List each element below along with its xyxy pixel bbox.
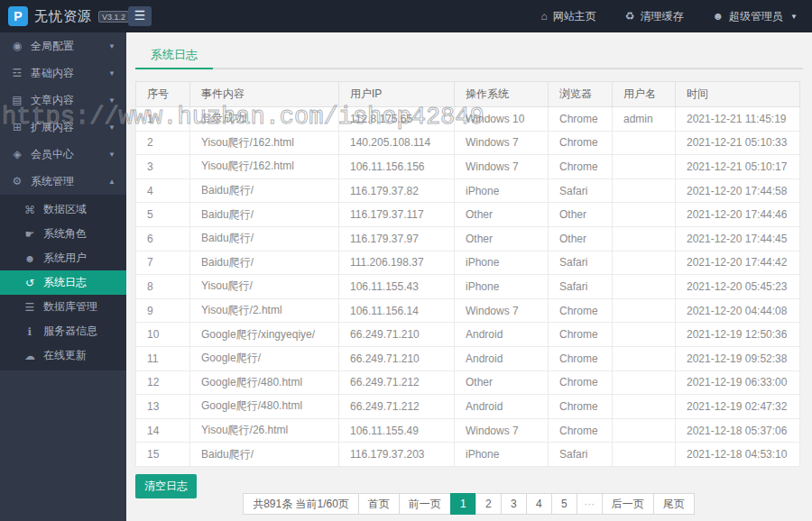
menu-item-label: 数据库管理 <box>43 299 97 315</box>
submenu-item-server-info[interactable]: ℹ服务器信息 <box>0 319 126 343</box>
menu-item-label: 全局配置 <box>31 39 74 54</box>
sidebar-item-global-config[interactable]: ◉全局配置▼ <box>0 32 126 59</box>
pagination-next[interactable]: 后一页 <box>602 493 654 515</box>
table-cell: 14 <box>136 418 190 443</box>
pagination-pages: 12345 <box>451 493 577 515</box>
table-cell: Other <box>549 203 613 227</box>
clear-cache-label: 清理缓存 <box>640 9 683 24</box>
lock-icon: ◈ <box>11 148 23 160</box>
table-cell: 5 <box>136 203 190 227</box>
history-icon: ↺ <box>23 277 36 289</box>
table-cell: Google爬行/xingyeqiye/ <box>190 323 339 347</box>
clear-cache-link[interactable]: ♻ 清理缓存 <box>625 9 684 24</box>
table-row: 8Yisou爬行/106.11.155.43iPhoneSafari2021-1… <box>136 275 800 299</box>
table-cell <box>613 178 676 203</box>
table-cell <box>613 275 676 299</box>
users-icon: ☻ <box>23 252 36 265</box>
table-cell: 106.11.156.14 <box>339 298 455 323</box>
tab-system-log[interactable]: 系统日志 <box>135 44 213 69</box>
table-row: 7Baidu爬行/111.206.198.37iPhoneSafari2021-… <box>136 251 800 275</box>
site-home-link[interactable]: ⌂ 网站主页 <box>540 9 595 24</box>
topbar-nav: ⌂ 网站主页 ♻ 清理缓存 ☻ 超级管理员 ▼ <box>540 9 812 24</box>
table-cell: Android <box>455 346 549 370</box>
pagination-page-4[interactable]: 4 <box>526 493 552 515</box>
submenu-item-system-log[interactable]: ↺系统日志 <box>0 270 126 295</box>
table-cell: 2021-12-20 17:44:46 <box>676 203 800 227</box>
table-row: 2Yisou爬行/162.html140.205.108.114Windows … <box>136 131 800 155</box>
pagination-page-1[interactable]: 1 <box>450 493 476 515</box>
topbar: P 无忧资源 V3.1.2 ☰ ⌂ 网站主页 ♻ 清理缓存 ☻ 超级管理员 ▼ <box>0 0 812 32</box>
table-row: 10Google爬行/xingyeqiye/66.249.71.210Andro… <box>136 323 800 347</box>
table-cell: 106.11.155.43 <box>339 275 455 299</box>
table-cell: Windows 7 <box>455 131 549 155</box>
table-row: 13Google爬行/480.html66.249.71.212AndroidC… <box>136 395 800 419</box>
app-logo[interactable]: P 无忧资源 V3.1.2 <box>8 6 129 26</box>
pagination-page-3[interactable]: 3 <box>501 493 527 515</box>
table-cell: 2021-12-18 04:53:10 <box>676 443 800 467</box>
admin-user-menu[interactable]: ☻ 超级管理员 ▼ <box>712 9 798 24</box>
submenu-item-system-user[interactable]: ☻系统用户 <box>0 246 126 270</box>
user-icon: ☻ <box>712 10 724 23</box>
caret-down-icon: ▼ <box>108 123 115 132</box>
submenu-item-database-manage[interactable]: ☰数据库管理 <box>0 295 126 319</box>
table-cell <box>613 346 676 370</box>
table-cell: 112.8.175.65 <box>339 107 455 132</box>
caret-down-icon: ▼ <box>108 151 115 159</box>
table-cell: Chrome <box>549 107 613 132</box>
pagination-first[interactable]: 首页 <box>358 493 400 515</box>
table-cell: Chrome <box>549 323 613 347</box>
table-cell: 7 <box>136 251 190 275</box>
table-row: 12Google爬行/480.html66.249.71.212OtherChr… <box>136 370 800 395</box>
menu-item-label: 在线更新 <box>43 348 87 363</box>
table-cell: 66.249.71.210 <box>339 323 455 347</box>
table-row: 11Google爬行/66.249.71.210AndroidChrome202… <box>136 346 800 370</box>
table-cell: 2021-12-21 05:10:33 <box>676 131 800 155</box>
pagination-page-2[interactable]: 2 <box>475 493 502 515</box>
table-cell: 116.179.37.97 <box>339 226 455 251</box>
expand-icon: ⊞ <box>11 121 23 133</box>
sidebar-item-system-manage[interactable]: ⚙系统管理▲ <box>0 168 126 195</box>
pagination-page-5[interactable]: 5 <box>551 493 577 515</box>
caret-down-icon: ▼ <box>108 96 115 105</box>
table-cell: 2 <box>136 131 190 155</box>
table-cell <box>613 155 676 179</box>
submenu-item-data-region[interactable]: ⌘数据区域 <box>0 197 126 222</box>
caret-down-icon: ▼ <box>108 69 115 78</box>
table-cell: 2021-12-20 17:44:42 <box>676 251 800 275</box>
table-cell: 2021-12-20 05:45:23 <box>676 275 800 299</box>
table-cell: 登录成功! <box>190 107 339 132</box>
table-cell: 4 <box>136 178 190 203</box>
table-cell: 3 <box>136 155 190 179</box>
table-cell: 2021-12-19 02:47:32 <box>676 395 800 419</box>
table-cell: Chrome <box>549 418 613 443</box>
table-cell: Windows 10 <box>455 107 549 132</box>
sidebar: ◉全局配置▼☲基础内容▼▤文章内容▼⊞扩展内容▼◈会员中心▼⚙系统管理▲ ⌘数据… <box>0 32 126 521</box>
menu-item-label: 服务器信息 <box>43 324 97 339</box>
table-cell: Yisou爬行/26.html <box>190 418 339 443</box>
table-cell <box>613 203 676 227</box>
article-icon: ▤ <box>11 94 23 106</box>
table-cell <box>613 131 676 155</box>
table-cell <box>613 370 676 395</box>
table-cell: 106.11.155.49 <box>339 418 455 443</box>
table-cell: Google爬行/480.html <box>190 370 339 395</box>
submenu-item-system-role[interactable]: ☛系统角色 <box>0 222 126 246</box>
column-header: 操作系统 <box>455 82 549 107</box>
pagination-prev[interactable]: 前一页 <box>399 493 451 515</box>
site-home-label: 网站主页 <box>553 9 596 24</box>
pagination-last[interactable]: 尾页 <box>653 493 695 515</box>
sidebar-item-basic-content[interactable]: ☲基础内容▼ <box>0 59 126 87</box>
table-cell: 15 <box>136 443 190 467</box>
sidebar-item-member-center[interactable]: ◈会员中心▼ <box>0 141 126 168</box>
table-cell: 116.179.37.203 <box>339 443 455 467</box>
menu-toggle-button[interactable]: ☰ <box>128 6 152 26</box>
table-row: 9Yisou爬行/2.html106.11.156.14Windows 7Chr… <box>136 298 800 323</box>
caret-down-icon: ▼ <box>790 13 798 21</box>
caret-up-icon: ▲ <box>108 178 115 186</box>
submenu-item-online-update[interactable]: ☁在线更新 <box>0 343 126 368</box>
sidebar-item-article-content[interactable]: ▤文章内容▼ <box>0 87 126 114</box>
table-cell: 116.179.37.82 <box>339 178 455 203</box>
table-cell: Yisou爬行/162.html <box>190 131 339 155</box>
sidebar-item-extend-content[interactable]: ⊞扩展内容▼ <box>0 114 126 141</box>
column-header: 时间 <box>676 82 800 107</box>
